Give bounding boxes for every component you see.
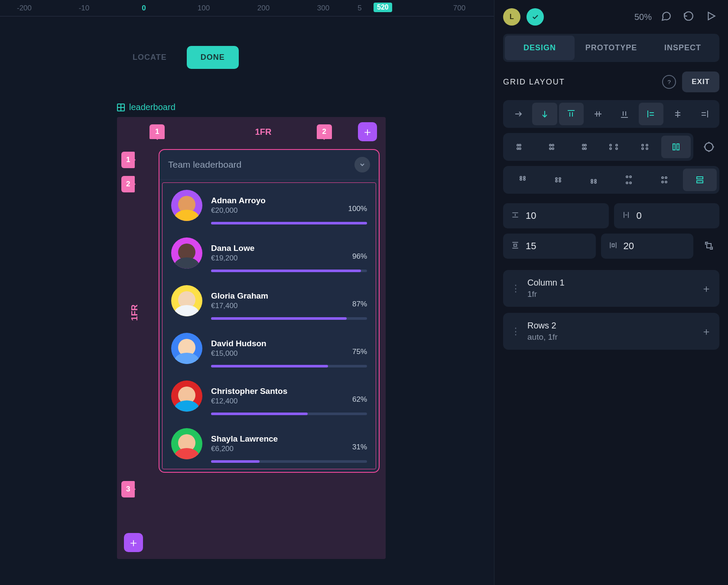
add-dimension-button[interactable]: ＋ — [701, 282, 712, 296]
row-marker-2[interactable]: 2 — [121, 176, 135, 192]
align-center-h[interactable] — [665, 103, 690, 125]
padding-link-icon[interactable] — [699, 236, 719, 257]
svg-point-26 — [523, 179, 525, 180]
list-item[interactable]: David Hudson€15,00075% — [162, 326, 376, 374]
history-icon[interactable] — [680, 8, 697, 26]
zoom-level[interactable]: 50% — [634, 12, 652, 22]
item-name: Gloria Graham — [211, 291, 367, 301]
help-button[interactable]: ? — [662, 75, 676, 89]
comment-icon[interactable] — [658, 8, 674, 26]
align-center-v[interactable] — [585, 103, 610, 125]
svg-point-39 — [662, 177, 663, 179]
svg-point-27 — [556, 178, 557, 179]
add-column-button[interactable]: ＋ — [358, 122, 377, 141]
add-dimension-button[interactable]: ＋ — [701, 325, 712, 338]
justify-around[interactable] — [630, 136, 660, 158]
svg-point-9 — [585, 144, 586, 146]
target-icon[interactable] — [699, 136, 719, 157]
align-content-row — [503, 166, 719, 194]
artboard[interactable]: 1 1FR 2 ＋ 1 2 1FR 3 ＋ Team leaderboard A… — [117, 117, 386, 559]
align-content-between[interactable] — [612, 169, 646, 191]
user-avatar[interactable]: L — [503, 8, 520, 26]
tab-design[interactable]: DESIGN — [505, 36, 575, 60]
svg-point-3 — [519, 148, 521, 150]
avatar — [171, 333, 202, 364]
justify-end[interactable] — [568, 136, 598, 158]
presence-checkmark[interactable] — [526, 8, 544, 26]
ruler-cursor: 520 — [374, 3, 392, 12]
pad-h-input[interactable] — [624, 240, 658, 252]
align-start-v[interactable] — [559, 103, 584, 125]
justify-start[interactable] — [506, 136, 535, 158]
dimension-card[interactable]: ⋮Column 11fr＋ — [503, 270, 719, 307]
list-item[interactable]: Gloria Graham€17,40087% — [162, 278, 376, 326]
panel-tabs: DESIGN PROTOTYPE INSPECT — [503, 34, 719, 62]
svg-point-32 — [595, 179, 596, 181]
pad-v-field[interactable] — [503, 234, 596, 259]
pad-v-input[interactable] — [526, 240, 560, 252]
canvas[interactable]: -300-200-1001002003005700 520 LOCATE DON… — [0, 0, 494, 585]
svg-point-19 — [646, 148, 648, 150]
progress-bar — [211, 270, 367, 272]
col-marker-2[interactable]: 2 — [317, 124, 332, 139]
justify-center[interactable] — [537, 136, 566, 158]
row-gap-field[interactable] — [503, 203, 609, 228]
collapse-button[interactable] — [354, 157, 370, 172]
play-icon[interactable] — [703, 8, 719, 26]
align-end-v[interactable] — [612, 103, 637, 125]
align-content-center[interactable] — [541, 169, 575, 191]
align-content-start[interactable] — [506, 169, 540, 191]
row-marker-1[interactable]: 1 — [121, 152, 135, 168]
pad-h-icon — [609, 241, 618, 251]
tab-prototype[interactable]: PROTOTYPE — [576, 36, 646, 60]
col-marker-1[interactable]: 1 — [150, 124, 165, 139]
item-name: Christopher Santos — [211, 387, 367, 396]
list-item[interactable]: Dana Lowe€19,20096% — [162, 231, 376, 278]
list-item[interactable]: Shayla Lawrence€6,20031% — [162, 421, 376, 469]
progress-bar — [211, 365, 367, 367]
avatar — [171, 237, 202, 269]
align-content-around[interactable] — [647, 169, 681, 191]
svg-point-10 — [582, 148, 584, 150]
align-content-end[interactable] — [577, 169, 611, 191]
pad-h-field[interactable] — [601, 234, 694, 259]
col-unit-label: 1FR — [255, 127, 272, 137]
align-content-stretch[interactable] — [683, 169, 717, 191]
ruler-tick: 100 — [198, 4, 210, 13]
done-button[interactable]: DONE — [187, 46, 239, 69]
direction-row[interactable] — [506, 103, 530, 125]
row-marker-3[interactable]: 3 — [121, 481, 135, 497]
leaderboard-card[interactable]: Team leaderboard Adnan Arroyo€20,000100%… — [159, 149, 380, 473]
col-gap-input[interactable] — [637, 210, 671, 221]
exit-button[interactable]: EXIT — [682, 72, 719, 92]
drag-handle-icon[interactable]: ⋮ — [511, 283, 520, 294]
tab-inspect[interactable]: INSPECT — [648, 36, 718, 60]
dimension-card[interactable]: ⋮Rows 2auto, 1fr＋ — [503, 313, 719, 350]
ruler-tick: -200 — [17, 4, 32, 13]
card-list: Adnan Arroyo€20,000100%Dana Lowe€19,2009… — [162, 182, 376, 469]
frame-label[interactable]: leaderboard — [117, 102, 176, 112]
row-gap-input[interactable] — [526, 210, 560, 221]
justify-stretch[interactable] — [661, 136, 691, 158]
svg-point-7 — [552, 148, 554, 150]
item-percent: 75% — [352, 348, 367, 356]
add-row-button[interactable]: ＋ — [124, 533, 143, 552]
col-gap-field[interactable] — [614, 203, 720, 228]
svg-rect-44 — [697, 181, 703, 183]
align-end-h[interactable] — [692, 103, 717, 125]
item-amount: €20,000 — [211, 206, 367, 215]
item-percent: 100% — [348, 205, 367, 213]
svg-point-40 — [665, 177, 667, 179]
svg-rect-21 — [677, 144, 679, 150]
align-start-h[interactable] — [639, 103, 663, 125]
list-item[interactable]: Christopher Santos€12,40062% — [162, 374, 376, 421]
list-item[interactable]: Adnan Arroyo€20,000100% — [162, 183, 376, 231]
locate-button[interactable]: LOCATE — [121, 46, 178, 69]
avatar — [171, 190, 202, 221]
justify-between[interactable] — [599, 136, 628, 158]
drag-handle-icon[interactable]: ⋮ — [511, 326, 520, 337]
svg-point-13 — [616, 144, 618, 146]
svg-rect-20 — [673, 144, 675, 150]
direction-column[interactable] — [532, 103, 557, 125]
dim-subtitle: auto, 1fr — [527, 332, 694, 342]
